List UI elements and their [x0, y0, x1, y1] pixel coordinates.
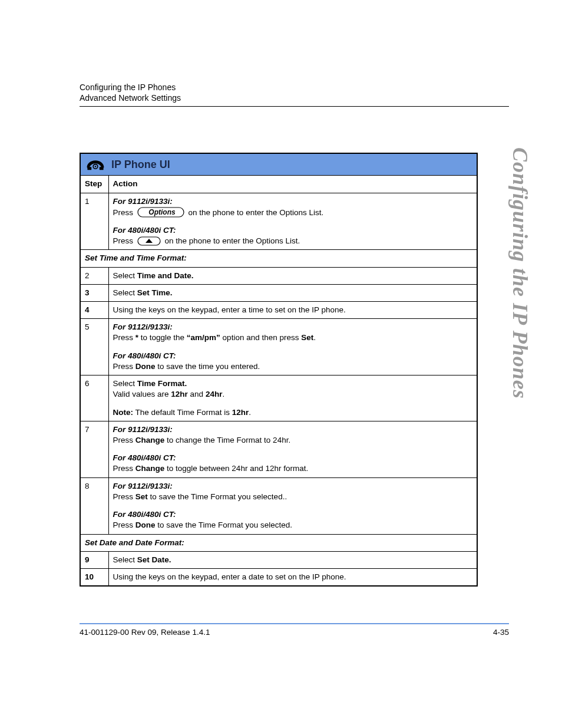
table-row: 10 Using the keys on the keypad, enter a…	[80, 568, 477, 586]
svg-text:Options: Options	[148, 208, 176, 216]
text: to toggle between 24hr and 12hr format.	[164, 464, 308, 473]
table-row: 8 For 9112i/9133i: Press Set to save the…	[80, 477, 477, 534]
note-label: Note:	[113, 408, 134, 417]
text-bold: Time and Date.	[137, 271, 194, 280]
table-header-row: Step Action	[80, 176, 477, 193]
step-action: Using the keys on the keypad, enter a ti…	[108, 302, 477, 319]
text: Select	[113, 271, 137, 280]
text-bold: Change	[135, 436, 165, 444]
svg-rect-0	[87, 167, 91, 170]
section-row: Set Date and Date Format:	[80, 534, 477, 551]
text: Press	[113, 436, 135, 444]
col-header-step: Step	[80, 176, 108, 193]
text: and	[188, 390, 206, 398]
step-number: 9	[80, 551, 108, 568]
step-number: 10	[80, 568, 108, 586]
step-number: 3	[80, 284, 108, 301]
text-bold: Done	[135, 362, 156, 371]
text-bold: Set	[135, 492, 148, 501]
step-action: Select Set Time.	[108, 284, 477, 301]
table-row: 2 Select Time and Date.	[80, 267, 477, 284]
page-header: Configuring the IP Phones Advanced Netwo…	[80, 83, 509, 107]
step-action: For 9112i/9133i: Press * to toggle the “…	[108, 319, 477, 375]
step-number: 4	[80, 302, 108, 319]
text-bold: 12hr	[232, 408, 249, 417]
up-arrow-button-icon	[137, 236, 161, 246]
header-section: Advanced Network Settings	[80, 93, 509, 103]
table-title: IP Phone UI	[111, 157, 170, 172]
text: .	[313, 333, 316, 342]
text-bold: Set Date.	[137, 555, 171, 564]
text-bold: *	[135, 333, 141, 342]
step-action: Select Time Format. Valid values are 12h…	[108, 375, 477, 421]
text: .	[249, 408, 251, 417]
footer-divider	[80, 623, 509, 624]
header-chapter: Configuring the IP Phones	[80, 83, 509, 92]
phone-ui-icon	[85, 157, 105, 172]
text: Select	[113, 379, 137, 388]
step-number: 6	[80, 375, 108, 421]
text: option and then press	[220, 333, 301, 342]
text: Press	[113, 333, 135, 342]
model-label: For 480i/480i CT:	[113, 226, 176, 235]
model-label: For 9112i/9133i:	[113, 197, 173, 206]
text-bold: Set	[301, 333, 313, 342]
model-label: For 480i/480i CT:	[113, 453, 176, 462]
model-label: For 480i/480i CT:	[113, 351, 176, 360]
model-label: For 9112i/9133i:	[113, 482, 173, 490]
svg-rect-1	[100, 167, 104, 170]
table-title-row: IP Phone UI	[80, 153, 477, 176]
table-row: 4 Using the keys on the keypad, enter a …	[80, 302, 477, 319]
step-action: Using the keys on the keypad, enter a da…	[108, 568, 477, 586]
table-row: 3 Select Set Time.	[80, 284, 477, 301]
text: Select	[113, 288, 137, 297]
section-row: Set Time and Time Format:	[80, 250, 477, 267]
text: Press	[113, 236, 134, 245]
text-bold: 12hr	[171, 390, 188, 398]
step-action: Select Set Date.	[108, 551, 477, 568]
text-bold: 24hr	[206, 390, 223, 398]
text: Press	[113, 521, 135, 529]
text: Valid values are	[113, 390, 171, 398]
text: to save the Time Format you selected.	[156, 521, 293, 529]
text: on the phone to enter the Options List.	[189, 208, 324, 217]
table-row: 1 For 9112i/9133i: Press Options on the …	[80, 193, 477, 250]
text: The default Time Format is	[133, 408, 232, 417]
step-action: Select Time and Date.	[108, 267, 477, 284]
model-label: For 480i/480i CT:	[113, 510, 176, 519]
step-number: 5	[80, 319, 108, 375]
step-action: For 9112i/9133i: Press Set to save the T…	[108, 477, 477, 534]
footer-doc-id: 41-001129-00 Rev 09, Release 1.4.1	[80, 628, 210, 637]
text-bold: “am/pm”	[187, 333, 220, 342]
options-button-icon: Options	[137, 207, 184, 218]
section-label: Set Time and Time Format:	[80, 250, 477, 267]
text-bold: Time Format.	[137, 379, 187, 388]
model-label: For 9112i/9133i:	[113, 322, 173, 331]
text: to change the Time Format to 24hr.	[164, 436, 290, 444]
procedure-table: IP Phone UI Step Action 1 For 9112i/9133…	[80, 153, 478, 587]
text: to save the time you entered.	[156, 362, 260, 371]
text: to toggle the	[141, 333, 187, 342]
section-label: Set Date and Date Format:	[80, 534, 477, 551]
step-number: 8	[80, 477, 108, 534]
col-header-action: Action	[108, 176, 477, 193]
footer-page-number: 4-35	[493, 628, 509, 637]
table-row: 6 Select Time Format. Valid values are 1…	[80, 375, 477, 421]
step-number: 2	[80, 267, 108, 284]
step-action: For 9112i/9133i: Press Change to change …	[108, 421, 477, 477]
header-divider	[80, 106, 509, 107]
page-footer: 41-001129-00 Rev 09, Release 1.4.1 4-35	[80, 623, 509, 637]
table-row: 5 For 9112i/9133i: Press * to toggle the…	[80, 319, 477, 375]
step-number: 7	[80, 421, 108, 477]
text: to save the Time Format you selected..	[148, 492, 287, 501]
model-label: For 9112i/9133i:	[113, 425, 173, 434]
text: Press	[113, 492, 135, 501]
text: Press	[113, 362, 135, 371]
table-row: 7 For 9112i/9133i: Press Change to chang…	[80, 421, 477, 477]
text: .	[222, 390, 224, 398]
svg-point-3	[95, 166, 97, 167]
text-bold: Set Time.	[137, 288, 173, 297]
text: Press	[113, 208, 134, 217]
step-number: 1	[80, 193, 108, 250]
page-content: Configuring the IP Phones Advanced Netwo…	[0, 0, 562, 587]
